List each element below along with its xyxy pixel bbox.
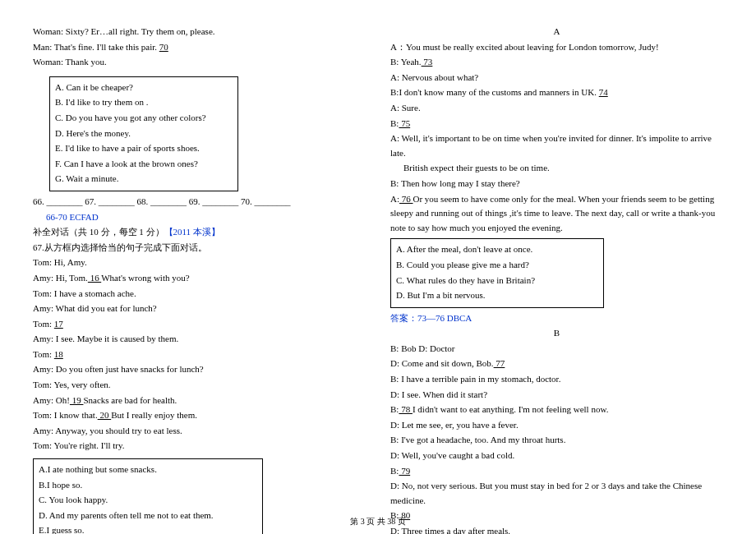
text: A: [390, 194, 399, 204]
dialogue-line: Woman: Sixty? Er…all right. Try them on,… [33, 25, 366, 39]
blank-74: 74 [599, 87, 608, 97]
option: A. After the meal, don't leave at once. [396, 242, 598, 257]
text: Tom: [33, 319, 54, 329]
dialogue-line: Tom: I have a stomach ache. [33, 287, 366, 302]
option: F. Can I have a look at the brown ones? [55, 157, 233, 172]
dialogue-line: Amy: Oh! 19 Snacks are bad for health. [33, 394, 366, 408]
option: E. I'd like to have a pair of sports sho… [55, 141, 233, 156]
text: Tom: I know that. [33, 410, 98, 420]
source-tag: 【2011 本溪】 [164, 227, 220, 237]
text: Man: That's fine. I'll take this pair. [33, 42, 159, 52]
option: C. What rules do they have in Britain? [396, 274, 598, 288]
text: But I really enjoy them. [111, 410, 197, 420]
blank-76: 76 [399, 194, 413, 204]
options-box-c: A. After the meal, don't leave at once. … [390, 238, 604, 307]
text: Tom: [33, 349, 54, 359]
dialogue-line: Amy: Do you often just have snacks for l… [33, 362, 366, 377]
dialogue-line: British expect their guests to be on tim… [390, 161, 723, 176]
option: C. Do you have you got any other colors? [55, 111, 233, 126]
option: A. Can it be cheaper? [55, 81, 233, 95]
text: Snacks are bad for health. [83, 395, 177, 405]
dialogue-line: D: No, not very serious. But you must st… [390, 479, 723, 508]
blank-75: 75 [399, 118, 410, 128]
dialogue-line: Tom: You're right. I'll try. [33, 439, 366, 453]
dialogue-line: A: Sure. [390, 101, 723, 116]
text: B:I don't know many of the customs and m… [390, 87, 599, 97]
blank-19: 19 [70, 395, 84, 405]
dialogue-line: B: 75 [390, 117, 723, 131]
dialogue-line: B: I've got a headache, too. And my thro… [390, 433, 723, 448]
option: B.I hope so. [39, 478, 257, 493]
answer-key: 66-70 ECFAD [33, 210, 366, 225]
text: B: [390, 466, 399, 476]
text: Amy: Oh! [33, 395, 70, 405]
dialogue-line: A: 76 Or you seem to have come only for … [390, 192, 723, 236]
section-title-b: B [390, 326, 723, 341]
text: B: [390, 404, 399, 414]
answer-key: 答案：73—76 DBCA [390, 311, 723, 326]
option: D. But I'm a bit nervous. [396, 288, 598, 303]
text: What's wrong with you? [101, 273, 189, 283]
blank-17: 17 [54, 319, 63, 329]
dialogue-line: D: Well, you've caught a bad cold. [390, 449, 723, 463]
option: B. I'd like to try them on . [55, 95, 233, 110]
page-footer: 第 3 页 共 38 页 [0, 516, 756, 527]
dialogue-line: Tom: Hi, Amy. [33, 255, 366, 270]
dialogue-line: Amy: Hi, Tom. 16 What's wrong with you? [33, 271, 366, 286]
blank-79: 79 [399, 466, 410, 476]
dialogue-line: A: Well, it's important to be on time wh… [390, 131, 723, 160]
blank-78: 78 [399, 404, 413, 414]
text: D: Come and sit down, Bob. [390, 358, 494, 368]
dialogue-line: Amy: I see. Maybe it is caused by them. [33, 332, 366, 347]
dialogue-line: D: Let me see, er, you have a fever. [390, 418, 723, 433]
blank-73: 73 [422, 57, 433, 67]
option: B. Could you please give me a hard? [396, 258, 598, 273]
dialogue-line: Tom: I know that. 20 But I really enjoy … [33, 408, 366, 423]
dialogue-line: Tom: 17 [33, 317, 366, 332]
right-column: A A：You must be really excited about lea… [390, 25, 723, 534]
text: B: [390, 118, 399, 128]
option: D. Here's the money. [55, 127, 233, 141]
dialogue-line: Woman: Thank you. [33, 55, 366, 70]
dialogue-line: A: Nervous about what? [390, 71, 723, 85]
option: G. Wait a minute. [55, 172, 233, 186]
blank-20: 20 [98, 410, 112, 420]
dialogue-line: Tom: 18 [33, 348, 366, 362]
dialogue-line: Tom: Yes, very often. [33, 378, 366, 393]
role-legend: B: Bob D: Doctor [390, 342, 723, 357]
dialogue-line: B: I have a terrible pain in my stomach,… [390, 372, 723, 387]
dialogue-line: A：You must be really excited about leavi… [390, 40, 723, 55]
blank-77: 77 [494, 358, 505, 368]
dialogue-line: B: 78 I didn't want to eat anything. I'm… [390, 403, 723, 417]
blank-18: 18 [54, 349, 63, 359]
dialogue-line: B: 79 [390, 464, 723, 479]
blank-70: 70 [159, 42, 168, 52]
dialogue-line: Amy: What did you eat for lunch? [33, 302, 366, 316]
text: B: Yeah. [390, 57, 422, 67]
number-blanks: 66. ________ 67. ________ 68. ________ 6… [33, 195, 366, 209]
dialogue-line: Man: That's fine. I'll take this pair. 7… [33, 40, 366, 55]
instruction: 67.从方框内选择恰当的句子完成下面对话。 [33, 241, 366, 255]
left-column: Woman: Sixty? Er…all right. Try them on,… [33, 25, 366, 534]
dialogue-line: B: Yeah. 73 [390, 55, 723, 70]
text: Amy: Hi, Tom. [33, 273, 88, 283]
text: Or you seem to have come only for the me… [390, 194, 715, 232]
text: 补全对话（共 10 分，每空 1 分） [33, 227, 164, 237]
dialogue-line: B:I don't know many of the customs and m… [390, 85, 723, 100]
dialogue-line: D: I see. When did it start? [390, 388, 723, 403]
dialogue-line: Amy: Anyway, you should try to eat less. [33, 424, 366, 439]
options-box-a: A. Can it be cheaper? B. I'd like to try… [49, 76, 238, 191]
text: I didn't want to eat anything. I'm not f… [413, 404, 608, 414]
dialogue-line: B: Then how long may I stay there? [390, 177, 723, 191]
section-title-a: A [390, 25, 723, 39]
section-header: 补全对话（共 10 分，每空 1 分）【2011 本溪】 [33, 225, 366, 240]
option: A.I ate nothing but some snacks. [39, 463, 257, 477]
dialogue-line: D: Come and sit down, Bob. 77 [390, 357, 723, 371]
blank-16: 16 [88, 273, 101, 283]
option: C. You look happy. [39, 493, 257, 508]
